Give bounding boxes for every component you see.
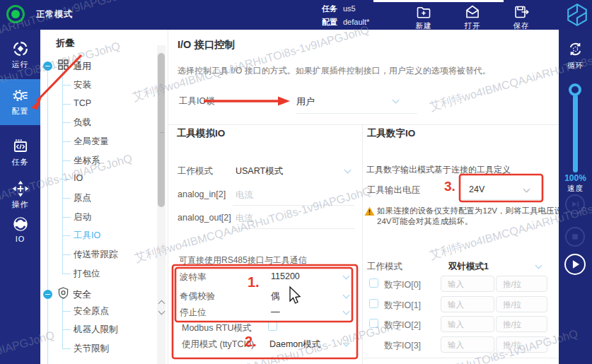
brand-logo-icon: [565, 3, 589, 30]
modbus-label: Modbus RTU模式: [182, 322, 251, 334]
right-control-rail: 循环 100% 速度: [559, 30, 592, 364]
annotation-number-1: 1.: [248, 274, 260, 290]
digital-io-2-checkbox[interactable]: [369, 319, 378, 328]
chevron-down-icon: [343, 273, 350, 280]
digital-note: 工具数字输出模式基于连接的工具定义: [366, 164, 511, 176]
stopbits-select[interactable]: —: [271, 307, 280, 317]
main-content: I/O 接口控制 选择控制工具 I/O 接口的方式。如果扩展插件控制接口，用户定…: [168, 30, 559, 364]
usage-mode-select[interactable]: Daemon模式: [269, 339, 320, 351]
nav-io[interactable]: IO: [0, 215, 40, 243]
play-button[interactable]: [564, 254, 586, 275]
tree-group-general[interactable]: 通用: [43, 59, 91, 73]
step-button[interactable]: [565, 194, 585, 214]
grid-icon: [58, 59, 69, 73]
speed-slider-track[interactable]: [573, 95, 578, 172]
field-underline: [233, 205, 354, 206]
chevron-down-icon: [393, 97, 400, 104]
digital-io-0-label: 数字IO[0]: [384, 279, 421, 291]
digital-io-3-direction-field: 输入: [441, 336, 494, 353]
tree-item-conveyor[interactable]: 传送带跟踪: [74, 249, 118, 261]
column-divider: [362, 124, 363, 364]
stopbits-label: 停止位: [180, 307, 207, 319]
tree-item-coords[interactable]: 坐标系: [74, 155, 100, 167]
mode-status-icon: [6, 5, 25, 23]
tree-item-safety-home[interactable]: 安全原点: [74, 305, 109, 317]
new-file-icon: [412, 4, 436, 20]
nav-operate[interactable]: 操作: [0, 180, 40, 210]
parity-select[interactable]: 偶: [271, 290, 280, 303]
tree-tick: [62, 348, 71, 349]
digital-section-title: 工具数字IO: [367, 127, 415, 140]
tree-item-joint-limits[interactable]: 关节限制: [74, 343, 109, 355]
rs485-note: 可直接使用RS485接口与工具通信: [179, 254, 307, 266]
tree-item-load[interactable]: 负载: [74, 117, 91, 129]
voltage-select[interactable]: 24V: [469, 184, 484, 194]
tree-tick: [62, 217, 71, 218]
collapse-minus-icon[interactable]: [43, 61, 52, 71]
left-nav-rail: 运行 配置 任务 操作: [0, 30, 40, 364]
digital-io-0-direction-field: 输入: [441, 276, 494, 292]
digital-io-2-label: 数字IO[2]: [384, 319, 421, 331]
tree-item-robot-limits[interactable]: 机器人限制: [74, 324, 118, 336]
analog-workmode-select[interactable]: USART模式: [236, 165, 283, 177]
stop-button[interactable]: [565, 227, 585, 247]
nav-run[interactable]: 运行: [0, 40, 40, 70]
chevron-down-icon: [343, 292, 350, 299]
tree-branch-line: [62, 71, 63, 274]
tree-group-general-label: 通用: [73, 60, 91, 73]
analog-in-select: 电流: [236, 189, 253, 201]
tree-item-tool-io[interactable]: 工具IO: [74, 230, 100, 242]
nav-config[interactable]: 配置: [0, 86, 40, 117]
open-button[interactable]: 打开: [460, 4, 484, 31]
tree-item-global-vars[interactable]: 全局变量: [74, 136, 109, 148]
tree-group-safety[interactable]: 安全: [43, 287, 91, 302]
bottom-divider: [362, 358, 559, 358]
tree-scrollbar[interactable]: [157, 45, 166, 364]
tree-item-tcp[interactable]: TCP: [74, 98, 91, 108]
io-lock-underline: [296, 113, 417, 114]
digital-io-0-checkbox[interactable]: [369, 278, 378, 288]
speed-percent: 100%: [559, 173, 592, 183]
tree-item-io[interactable]: IO: [74, 173, 83, 183]
io-lock-select[interactable]: 用户: [296, 95, 315, 108]
modbus-checkbox[interactable]: [268, 322, 277, 331]
warning-icon: [364, 206, 375, 219]
page-title: I/O 接口控制: [178, 38, 235, 52]
tree-tick: [62, 104, 71, 105]
digital-io-2-direction-field: 输入: [441, 316, 494, 332]
tree-tick: [62, 141, 71, 142]
collapse-minus-icon[interactable]: [43, 290, 52, 299]
nav-task[interactable]: 任务: [0, 137, 40, 168]
chevron-down-icon: [344, 167, 352, 174]
digital-io-1-label: 数字IO[1]: [384, 300, 421, 312]
tree-item-packing[interactable]: 打包位: [74, 268, 100, 280]
section-divider: [168, 124, 559, 125]
digital-workmode-select[interactable]: 双针模式1: [448, 261, 489, 273]
code-icon: [0, 137, 40, 155]
digital-io-3-label: 数字IO[3]: [384, 340, 421, 352]
digital-io-3-mode-field: 推/拉: [496, 336, 547, 353]
collapse-toggle[interactable]: 折叠: [56, 37, 74, 49]
usage-mode-label: 使用模式 (ttyTCI0): [182, 339, 254, 351]
new-button[interactable]: 新建: [412, 4, 436, 31]
loop-icon[interactable]: [567, 40, 584, 61]
tree-item-startup[interactable]: 启动: [74, 211, 91, 223]
task-info: 任务us5: [322, 4, 356, 14]
chevron-down-icon: [343, 308, 350, 315]
annotation-number-2: 2.: [245, 334, 257, 350]
baud-select[interactable]: 115200: [271, 271, 300, 281]
io-icon: [0, 215, 40, 233]
analog-out-label: analog_out[2]: [178, 213, 231, 223]
digital-io-1-mode-field: 推/拉: [496, 296, 547, 312]
scrollbar-thumb[interactable]: [158, 53, 165, 207]
tree-item-home[interactable]: 原点: [74, 192, 91, 204]
analog-in-label: analog_in[2]: [178, 189, 226, 199]
tree-item-install[interactable]: 安装: [74, 79, 91, 91]
chevron-down-icon: [535, 262, 542, 269]
save-button[interactable]: 保存: [509, 4, 533, 31]
digital-io-1-checkbox[interactable]: [369, 299, 378, 308]
tree-branch-line-2: [62, 297, 63, 348]
robot-mode-indicator[interactable]: 正常模式: [6, 5, 73, 23]
tree-tick: [62, 122, 71, 123]
tree-tick: [62, 254, 71, 255]
